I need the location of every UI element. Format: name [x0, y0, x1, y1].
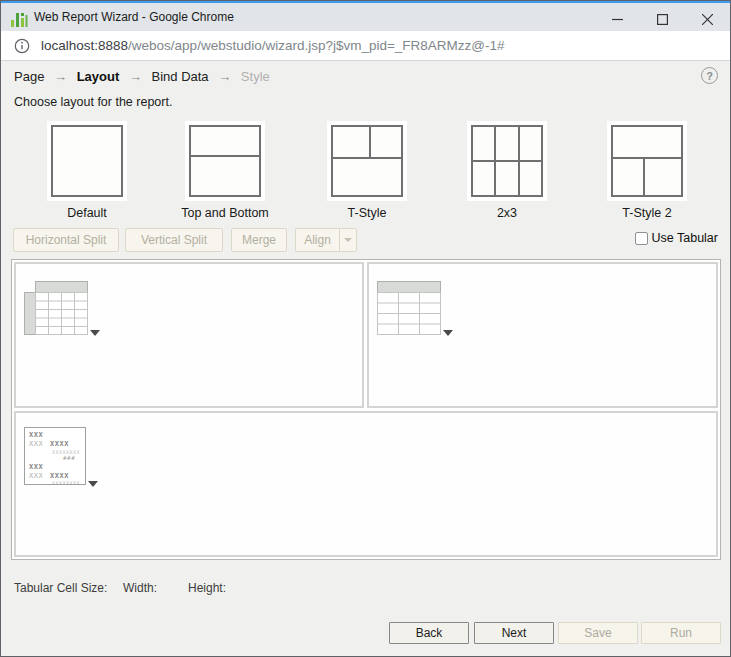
browser-window: Web Report Wizard - Google Chrome localh… [0, 0, 731, 657]
width-label: Width: [123, 581, 157, 595]
layout-label: Default [37, 206, 137, 220]
maximize-button[interactable] [640, 5, 685, 33]
breadcrumb-arrow-icon: → [212, 69, 237, 84]
url-path: /webos/app/webstudio/wizard.jsp?j$vm_pid… [128, 38, 505, 53]
banded-text: XXXX [50, 472, 69, 480]
align-button[interactable]: Align [295, 228, 339, 252]
component-dropdown-icon[interactable] [88, 481, 98, 487]
instruction-text: Choose layout for the report. [14, 95, 172, 109]
layout-canvas: XXX XXX XXXX XXXXXXXX ### XXX XXX XXXX X… [11, 259, 721, 560]
step-style: Style [241, 69, 270, 84]
help-button[interactable]: ? [701, 67, 718, 84]
layout-cell-top-right[interactable] [367, 262, 718, 408]
layout-cell-bottom[interactable]: XXX XXX XXXX XXXXXXXX ### XXX XXX XXXX X… [14, 411, 718, 557]
banded-text: XXX [29, 472, 43, 480]
breadcrumb: Page → Layout → Bind Data → Style [14, 69, 270, 84]
layout-cell-top-left[interactable] [14, 262, 364, 408]
step-bind-data[interactable]: Bind Data [152, 69, 209, 84]
banded-text: XXXX [50, 440, 69, 448]
layout-preview-default [51, 125, 123, 197]
url-text[interactable]: localhost:8888/webos/app/webstudio/wizar… [41, 38, 505, 53]
layout-label: Top and Bottom [175, 206, 275, 220]
close-icon [702, 14, 713, 25]
chevron-down-icon [344, 238, 352, 242]
banded-text: XXX [29, 463, 43, 471]
step-page[interactable]: Page [14, 69, 44, 84]
window-title: Web Report Wizard - Google Chrome [34, 10, 234, 24]
banded-report-icon: XXX XXX XXXX XXXXXXXX ### XXX XXX XXXX X… [24, 427, 86, 485]
page-info-icon[interactable] [14, 38, 30, 54]
minimize-icon [612, 14, 623, 25]
close-button[interactable] [685, 5, 730, 33]
banded-text: XXX [29, 431, 43, 439]
component-dropdown-icon[interactable] [443, 330, 453, 336]
layout-label: T-Style [317, 206, 417, 220]
align-dropdown-button[interactable] [339, 228, 357, 252]
height-label: Height: [188, 581, 226, 595]
vertical-split-button[interactable]: Vertical Split [125, 228, 223, 252]
layout-toolbar: Horizontal Split Vertical Split Merge Al… [1, 228, 731, 254]
banded-text: XXX [29, 440, 43, 448]
layout-preview-2x3 [471, 125, 543, 197]
minimize-button[interactable] [595, 5, 640, 33]
save-button[interactable]: Save [558, 622, 638, 644]
merge-button[interactable]: Merge [231, 228, 287, 252]
table-icon [377, 281, 441, 339]
layout-option-t-style-2[interactable]: T-Style 2 [597, 121, 697, 220]
app-logo-icon [10, 10, 28, 28]
use-tabular-checkbox[interactable] [635, 232, 648, 245]
back-button[interactable]: Back [389, 622, 469, 644]
run-button[interactable]: Run [641, 622, 721, 644]
maximize-icon [657, 14, 668, 25]
layout-preview-t-style [331, 125, 403, 197]
layout-option-top-and-bottom[interactable]: Top and Bottom [175, 121, 275, 220]
address-bar: localhost:8888/webos/app/webstudio/wizar… [1, 31, 730, 61]
wizard-content: Page → Layout → Bind Data → Style ? Choo… [1, 61, 731, 657]
use-tabular-label: Use Tabular [652, 231, 718, 245]
layout-option-default[interactable]: Default [37, 121, 137, 220]
layout-label: 2x3 [457, 206, 557, 220]
banded-text: XXXXXXXX [52, 480, 80, 485]
component-dropdown-icon[interactable] [90, 330, 100, 336]
layout-option-2x3[interactable]: 2x3 [457, 121, 557, 220]
crosstab-icon [24, 281, 88, 339]
tabular-cell-size-label: Tabular Cell Size: [14, 581, 107, 595]
layout-preview-top-and-bottom [189, 125, 261, 197]
url-domain: localhost:8888 [41, 38, 128, 53]
layout-label: T-Style 2 [597, 206, 697, 220]
layout-preview-t-style-2 [611, 125, 683, 197]
breadcrumb-arrow-icon: → [123, 69, 148, 84]
title-bar: Web Report Wizard - Google Chrome [1, 1, 730, 31]
next-button[interactable]: Next [474, 622, 554, 644]
banded-text: ### [63, 454, 75, 461]
layout-option-t-style[interactable]: T-Style [317, 121, 417, 220]
step-layout[interactable]: Layout [77, 69, 120, 84]
breadcrumb-arrow-icon: → [48, 69, 73, 84]
horizontal-split-button[interactable]: Horizontal Split [13, 228, 119, 252]
